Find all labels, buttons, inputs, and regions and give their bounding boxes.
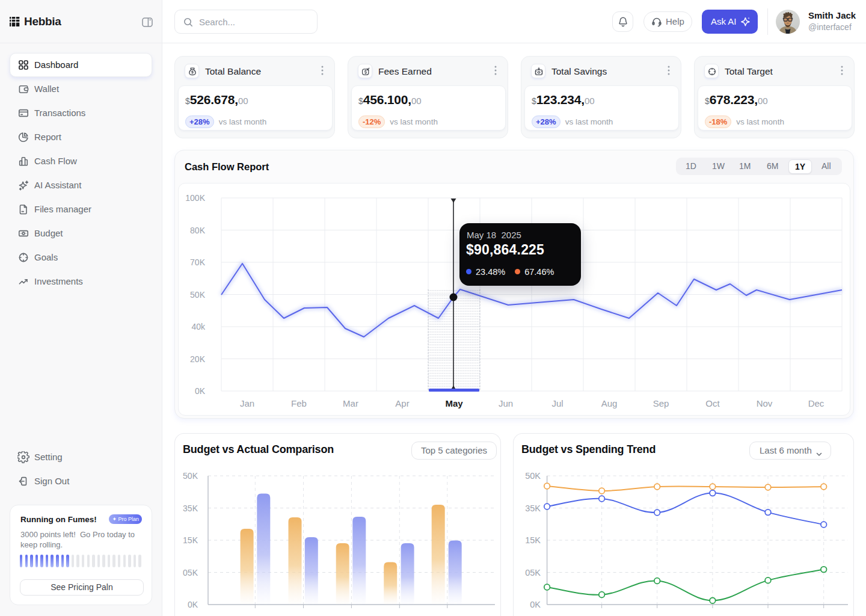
svg-text:Jan: Jan <box>240 398 254 408</box>
svg-text:15K: 15K <box>525 535 541 545</box>
svg-text:50K: 50K <box>183 471 198 481</box>
svg-text:Feb: Feb <box>291 398 307 408</box>
svg-text:Oct: Oct <box>705 398 720 408</box>
svg-text:Jul: Jul <box>551 398 563 408</box>
svg-text:35K: 35K <box>525 504 541 513</box>
svg-text:05K: 05K <box>525 568 541 578</box>
svg-text:40k: 40k <box>191 322 206 331</box>
svg-text:05K: 05K <box>183 568 198 578</box>
svg-text:35K: 35K <box>183 504 198 513</box>
svg-text:Nov: Nov <box>757 398 773 408</box>
svg-text:Apr: Apr <box>395 398 409 408</box>
svg-text:Sep: Sep <box>653 398 669 408</box>
svg-text:80K: 80K <box>190 226 206 235</box>
svg-text:0K: 0K <box>530 600 541 609</box>
svg-text:20K: 20K <box>190 354 206 364</box>
svg-text:100K: 100K <box>185 193 205 203</box>
svg-text:Aug: Aug <box>601 398 618 408</box>
svg-text:50K: 50K <box>190 290 206 300</box>
svg-text:Jun: Jun <box>499 398 513 408</box>
svg-text:15K: 15K <box>183 535 198 545</box>
svg-text:70K: 70K <box>190 257 206 267</box>
svg-text:50K: 50K <box>525 471 541 481</box>
svg-text:0K: 0K <box>188 600 198 609</box>
svg-text:0K: 0K <box>195 386 206 396</box>
svg-text:May: May <box>445 398 463 408</box>
svg-text:Dec: Dec <box>808 398 825 408</box>
svg-text:Mar: Mar <box>343 398 358 408</box>
